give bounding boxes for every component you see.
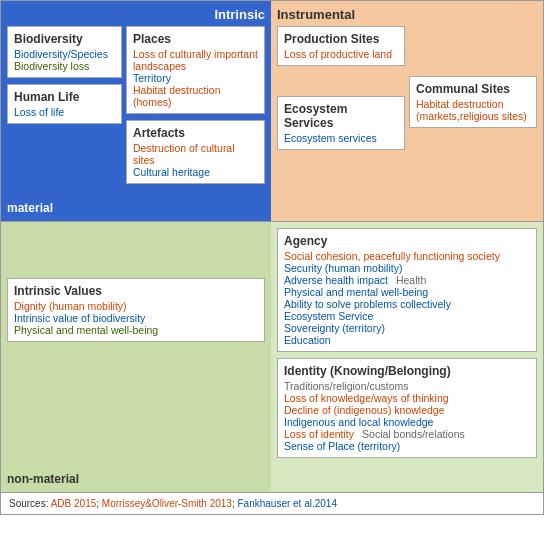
identity-title: Identity (Knowing/Belonging) <box>284 364 530 378</box>
biodiversity-card: Biodiversity Biodiversity/Species Biodiv… <box>7 26 122 78</box>
production-sites-title: Production Sites <box>284 32 398 46</box>
human-life-item-1: Loss of life <box>14 106 115 118</box>
identity-item-2: Loss of knowledge/ways of thinking <box>284 392 530 404</box>
places-item-3: Habitat destruction (homes) <box>133 84 258 108</box>
agency-title: Agency <box>284 234 530 248</box>
agency-health-label: Health <box>396 274 426 286</box>
production-sites-card: Production Sites Loss of productive land <box>277 26 405 66</box>
top-left-inner: Biodiversity Biodiversity/Species Biodiv… <box>7 26 265 190</box>
intrinsic-label: Intrinsic <box>7 7 265 22</box>
intrinsic-values-item-2: Intrinsic value of biodiversity <box>14 312 258 324</box>
agency-item-3: Adverse health impact <box>284 274 388 286</box>
production-col: Production Sites Loss of productive land… <box>277 26 405 156</box>
ecosystem-services-card: Ecosystem Services Ecosystem services <box>277 96 405 150</box>
communal-sites-title: Communal Sites <box>416 82 530 96</box>
ecosystem-services-title: Ecosystem Services <box>284 102 398 130</box>
intrinsic-values-title: Intrinsic Values <box>14 284 258 298</box>
communal-sites-card: Communal Sites Habitat destruction (mark… <box>409 76 537 128</box>
ecosystem-services-item-1: Ecosystem services <box>284 132 398 144</box>
spacer-top <box>7 228 265 278</box>
top-row: Intrinsic Biodiversity Biodiversity/Spec… <box>1 1 543 221</box>
agency-card: Agency Social cohesion, peacefully funct… <box>277 228 537 352</box>
human-life-title: Human Life <box>14 90 115 104</box>
places-item-1: Loss of culturally important landscapes <box>133 48 258 72</box>
intrinsic-values-item-1: Dignity (human mobility) <box>14 300 258 312</box>
intrinsic-values-item-3: Physical and mental well-being <box>14 324 258 336</box>
identity-item-7: Sense of Place (territory) <box>284 440 530 452</box>
sources-bar: Sources: ADB 2015; Morrissey&Oliver-Smit… <box>1 492 543 514</box>
agency-item-1: Social cohesion, peacefully functioning … <box>284 250 530 262</box>
agency-item-4: Physical and mental well-being <box>284 286 530 298</box>
identity-item-1: Traditions/religion/customs <box>284 380 530 392</box>
human-life-card: Human Life Loss of life <box>7 84 122 124</box>
agency-item-6: Ecosystem Service <box>284 310 530 322</box>
identity-item-5: Loss of identity <box>284 428 354 440</box>
artefacts-item-2: Cultural heritage <box>133 166 258 178</box>
source-fankhauser: Fankhauser et al.2014 <box>237 498 337 509</box>
communal-col: Communal Sites Habitat destruction (mark… <box>409 26 537 156</box>
source-morrissey: Morrissey&Oliver-Smith 2013 <box>102 498 232 509</box>
biodiversity-title: Biodiversity <box>14 32 115 46</box>
artefacts-card: Artefacts Destruction of cultural sites … <box>126 120 265 184</box>
non-material-label: non-material <box>7 472 79 486</box>
artefacts-item-1: Destruction of cultural sites <box>133 142 258 166</box>
agency-item-7: Sovereignty (territory) <box>284 322 530 334</box>
instrumental-label: Instrumental <box>277 7 537 22</box>
instrumental-section: Instrumental Production Sites Loss of pr… <box>271 1 543 221</box>
agency-item-2: Security (human mobility) <box>284 262 530 274</box>
identity-social-row: Loss of identity Social bonds/relations <box>284 428 530 440</box>
main-container: Intrinsic Biodiversity Biodiversity/Spec… <box>0 0 544 515</box>
top-right-inner: Production Sites Loss of productive land… <box>277 26 537 156</box>
communal-sites-item-1: Habitat destruction (markets,religious s… <box>416 98 530 122</box>
sources-label: Sources: <box>9 498 48 509</box>
places-title: Places <box>133 32 258 46</box>
intrinsic-values-card: Intrinsic Values Dignity (human mobility… <box>7 278 265 342</box>
artefacts-title: Artefacts <box>133 126 258 140</box>
identity-item-3: Decline of (indigenous) knowledge <box>284 404 530 416</box>
intrinsic-section: Intrinsic Biodiversity Biodiversity/Spec… <box>1 1 271 221</box>
agency-item-8: Education <box>284 334 530 346</box>
biodiversity-humanlife-col: Biodiversity Biodiversity/Species Biodiv… <box>7 26 122 190</box>
identity-item-6: Social bonds/relations <box>362 428 465 440</box>
non-material-section: Intrinsic Values Dignity (human mobility… <box>1 222 271 492</box>
identity-item-4: Indigenous and local knowledge <box>284 416 530 428</box>
identity-card: Identity (Knowing/Belonging) Traditions/… <box>277 358 537 458</box>
bottom-row: Intrinsic Values Dignity (human mobility… <box>1 222 543 492</box>
material-label: material <box>7 201 53 215</box>
non-material-instrumental: Agency Social cohesion, peacefully funct… <box>271 222 543 492</box>
source-adb: ADB 2015 <box>51 498 97 509</box>
places-card: Places Loss of culturally important land… <box>126 26 265 114</box>
biodiversity-item-1: Biodiversity/Species <box>14 48 115 60</box>
biodiversity-item-2: Biodiversity loss <box>14 60 115 72</box>
places-item-2: Territory <box>133 72 258 84</box>
agency-health-row: Adverse health impact Health <box>284 274 530 286</box>
agency-item-5: Ability to solve problems collectively <box>284 298 530 310</box>
places-artefacts-col: Places Loss of culturally important land… <box>126 26 265 190</box>
production-sites-item-1: Loss of productive land <box>284 48 398 60</box>
